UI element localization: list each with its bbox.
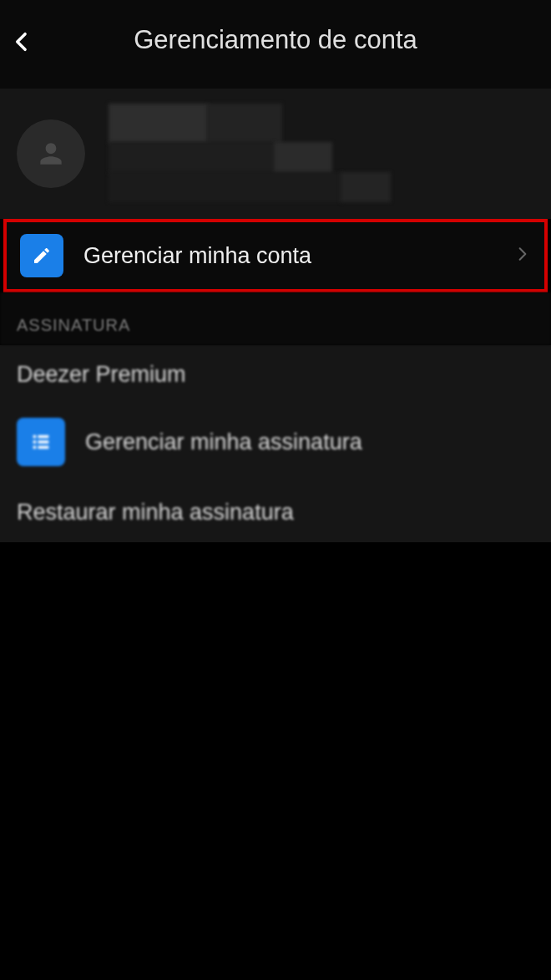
svg-rect-1 bbox=[38, 435, 49, 439]
page-title: Gerenciamento de conta bbox=[17, 25, 534, 55]
subscription-section-header: ASSINATURA bbox=[0, 292, 551, 345]
person-icon bbox=[35, 138, 67, 170]
profile-section bbox=[0, 89, 551, 219]
restore-subscription-row[interactable]: Restaurar minha assinatura bbox=[0, 483, 551, 542]
list-icon-box bbox=[17, 418, 65, 466]
svg-rect-5 bbox=[38, 446, 49, 449]
restore-subscription-label: Restaurar minha assinatura bbox=[17, 500, 534, 526]
chevron-right-icon bbox=[514, 246, 531, 266]
svg-rect-0 bbox=[33, 435, 37, 439]
profile-info-redacted bbox=[109, 104, 392, 204]
pencil-icon bbox=[32, 246, 52, 266]
plan-name-row: Deezer Premium bbox=[0, 345, 551, 401]
svg-rect-2 bbox=[33, 440, 37, 444]
manage-subscription-row[interactable]: Gerenciar minha assinatura bbox=[0, 401, 551, 483]
edit-icon-box bbox=[20, 234, 63, 277]
avatar[interactable] bbox=[17, 119, 85, 188]
manage-account-highlight: Gerenciar minha conta bbox=[3, 219, 548, 292]
manage-account-row[interactable]: Gerenciar minha conta bbox=[7, 222, 544, 289]
svg-rect-4 bbox=[33, 446, 37, 449]
svg-rect-3 bbox=[38, 440, 49, 444]
manage-account-label: Gerenciar minha conta bbox=[83, 243, 494, 269]
subscription-section: Deezer Premium Gerenciar minha assinatur… bbox=[0, 345, 551, 542]
list-icon bbox=[29, 430, 53, 454]
manage-subscription-label: Gerenciar minha assinatura bbox=[85, 429, 534, 455]
page-header: Gerenciamento de conta bbox=[0, 0, 551, 89]
